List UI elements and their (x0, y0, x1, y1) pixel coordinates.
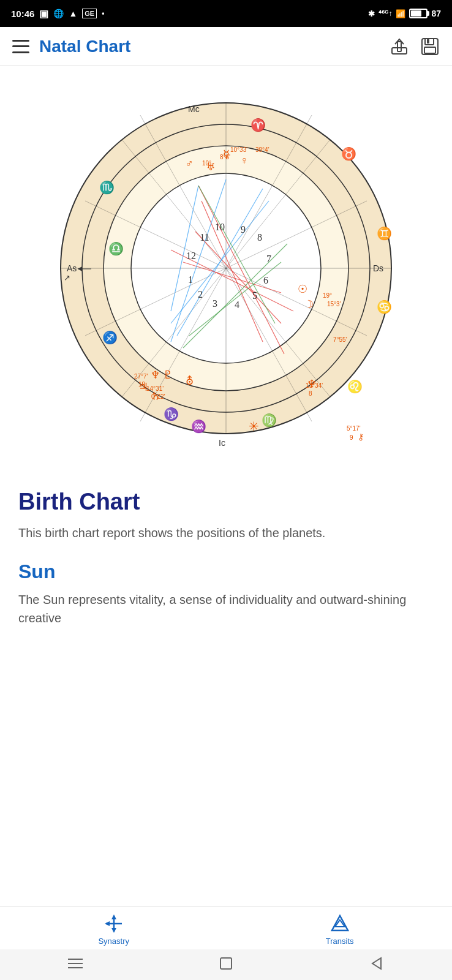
svg-text:♆: ♆ (151, 369, 160, 381)
svg-text:♋: ♋ (377, 300, 392, 314)
svg-text:♍: ♍ (262, 413, 277, 428)
svg-text:8: 8 (309, 390, 312, 397)
synastry-icon (104, 913, 124, 934)
svg-text:8: 8 (257, 232, 262, 243)
svg-text:☉: ☉ (298, 283, 307, 295)
menu-icon[interactable] (12, 40, 29, 53)
save-icon[interactable] (420, 37, 440, 56)
status-time: 10:46 ▣ 🌐 ▲ GE • (11, 8, 104, 20)
svg-text:♀: ♀ (240, 154, 249, 167)
svg-text:♎: ♎ (108, 241, 124, 256)
svg-rect-4 (424, 47, 435, 53)
svg-text:12: 12 (186, 251, 196, 261)
tab-synastry[interactable]: Synastry (98, 913, 129, 946)
natal-chart-wheel[interactable]: 12 11 10 9 8 7 6 5 4 3 2 1 ♈ ♉ ♊ ♋ ♌ ♍ (48, 78, 404, 458)
header: Natal Chart (0, 27, 452, 66)
svg-text:7: 7 (266, 254, 271, 264)
svg-text:✳: ✳ (249, 420, 259, 433)
chart-area: 12 11 10 9 8 7 6 5 4 3 2 1 ♈ ♉ ♊ ♋ ♌ ♍ (0, 66, 452, 470)
svg-text:11: 11 (200, 232, 209, 243)
header-actions (390, 37, 440, 56)
svg-text:2: 2 (198, 289, 203, 300)
svg-rect-5 (427, 39, 429, 43)
nav-home-btn[interactable] (217, 954, 235, 973)
svg-text:⚷: ⚷ (358, 432, 364, 442)
svg-text:38°4': 38°4' (255, 146, 269, 153)
tab-bar-items: Synastry Transits (0, 907, 452, 949)
battery-icon (409, 9, 428, 18)
svg-text:♐: ♐ (102, 330, 118, 345)
svg-text:6: 6 (263, 275, 268, 285)
synastry-label: Synastry (98, 937, 129, 946)
sun-text: The Sun represents vitality, a sense of … (18, 590, 434, 627)
svg-text:♏: ♏ (99, 180, 115, 195)
svg-text:As: As (67, 263, 77, 273)
svg-rect-99 (220, 958, 232, 969)
birth-chart-title: Birth Chart (18, 489, 434, 515)
svg-text:⛢: ⛢ (186, 375, 194, 387)
svg-marker-91 (111, 914, 116, 919)
svg-text:♇: ♇ (163, 369, 173, 381)
svg-rect-0 (397, 42, 401, 51)
svg-text:4: 4 (235, 300, 239, 310)
svg-text:♊: ♊ (377, 226, 392, 241)
svg-text:↗: ↗ (64, 273, 70, 282)
birth-chart-text: This birth chart report shows the positi… (18, 524, 434, 542)
status-right: ✱ ⁴⁶ᴳ↑ 📶 87 (368, 9, 441, 18)
svg-marker-92 (111, 928, 116, 933)
svg-text:9: 9 (241, 224, 246, 235)
svg-text:Mc: Mc (188, 104, 200, 114)
page-title: Natal Chart (39, 37, 390, 56)
svg-text:♑: ♑ (164, 407, 179, 421)
nav-back-btn[interactable] (367, 954, 386, 973)
svg-text:10°: 10° (202, 160, 211, 167)
sun-title: Sun (18, 560, 434, 583)
svg-text:♌: ♌ (347, 379, 363, 394)
svg-text:♒: ♒ (191, 419, 206, 434)
svg-text:0°22': 0°22' (151, 393, 165, 400)
tab-transits[interactable]: Transits (326, 913, 354, 946)
svg-text:5°17': 5°17' (347, 425, 361, 432)
svg-text:3: 3 (213, 298, 217, 309)
svg-text:10: 10 (215, 222, 225, 232)
svg-text:1: 1 (188, 274, 193, 285)
tab-bar: Synastry Transits (0, 907, 452, 980)
content-area: Birth Chart This birth chart report show… (0, 470, 452, 639)
svg-text:27°7': 27°7' (134, 373, 148, 380)
svg-text:9: 9 (350, 434, 353, 441)
svg-text:10°33': 10°33' (230, 146, 247, 153)
svg-marker-100 (372, 958, 381, 969)
svg-marker-93 (105, 921, 110, 926)
status-bar: 10:46 ▣ 🌐 ▲ GE • ✱ ⁴⁶ᴳ↑ 📶 87 (0, 0, 452, 27)
svg-text:7°55': 7°55' (333, 336, 347, 343)
svg-text:5: 5 (252, 290, 257, 301)
svg-text:♉: ♉ (341, 146, 356, 161)
share-icon[interactable] (390, 37, 409, 56)
svg-text:14°31': 14°31' (146, 385, 164, 392)
svg-text:8°6': 8°6' (220, 154, 230, 160)
transits-label: Transits (326, 937, 354, 946)
svg-text:☽: ☽ (304, 298, 314, 311)
svg-text:19°: 19° (323, 292, 332, 299)
svg-text:13°34': 13°34' (306, 382, 323, 389)
svg-marker-94 (332, 916, 348, 930)
nav-menu-btn[interactable] (66, 954, 85, 973)
svg-text:Ic: Ic (219, 438, 225, 448)
svg-text:♂: ♂ (185, 157, 194, 170)
svg-text:19: 19 (138, 381, 146, 388)
transits-icon (330, 913, 350, 934)
svg-text:Ds: Ds (373, 263, 383, 273)
svg-text:♈: ♈ (250, 118, 266, 132)
svg-text:15°3': 15°3' (327, 301, 341, 307)
nav-bar (0, 949, 452, 980)
